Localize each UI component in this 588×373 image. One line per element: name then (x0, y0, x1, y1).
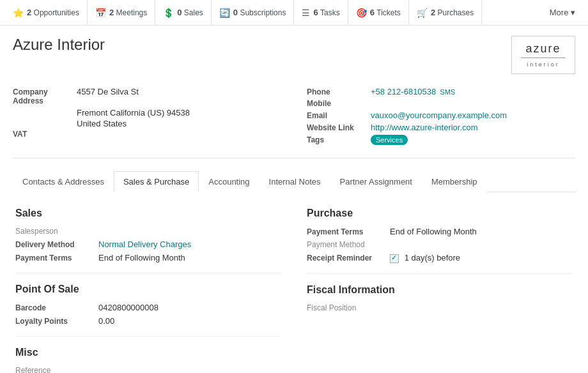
address-line3: United States (77, 119, 281, 128)
mobile-label: Mobile (307, 99, 371, 108)
sms-link[interactable]: SMS (440, 88, 455, 96)
reference-label: Reference (15, 366, 98, 373)
cart-icon: 🛒 (417, 8, 428, 18)
divider-pos-misc (15, 336, 281, 337)
address-value-line1: 4557 De Silva St (77, 87, 139, 96)
barcode-label: Barcode (15, 303, 98, 312)
company-title: Azure Interior (13, 36, 105, 54)
website-row: Website Link http://www.azure-interior.c… (307, 123, 575, 132)
sales-purchase-content: Sales Salesperson Delivery Method Normal… (13, 205, 575, 373)
receipt-reminder-row: Receipt Reminder 1 day(s) before (307, 253, 573, 263)
purchase-section-title: Purchase (307, 208, 573, 219)
nav-more-button[interactable]: More ▾ (542, 0, 583, 25)
nav-purchases[interactable]: 🛒 2 Purchases (409, 0, 482, 25)
logo-divider (521, 57, 566, 58)
pos-section-title: Point Of Sale (15, 284, 281, 295)
email-label: Email (307, 111, 371, 120)
main-content: Azure Interior azure interior Company Ad… (0, 26, 588, 373)
col-left: Sales Salesperson Delivery Method Normal… (15, 205, 281, 373)
delivery-method-row: Delivery Method Normal Delivery Charges (15, 240, 281, 249)
dollar-icon: 💲 (163, 8, 174, 18)
star-icon: ⭐ (13, 8, 24, 18)
ticket-icon: 🎯 (356, 8, 367, 18)
nav-meetings[interactable]: 📅 2 Meetings (88, 0, 155, 25)
tab-membership[interactable]: Membership (422, 171, 487, 192)
sales-section-title: Sales (15, 208, 281, 219)
reference-row: Reference (15, 366, 281, 373)
payment-method-label: Payment Method (307, 240, 390, 249)
salesperson-row: Salesperson (15, 227, 281, 236)
salesperson-label: Salesperson (15, 227, 98, 236)
email-value[interactable]: vauxoo@yourcompany.example.com (371, 110, 507, 120)
vat-label: VAT (13, 130, 77, 139)
barcode-row: Barcode 0420800000008 (15, 303, 281, 312)
misc-section-title: Misc (15, 347, 281, 358)
address-row: Company Address 4557 De Silva St (13, 87, 281, 105)
loyalty-points-row: Loyalty Points 0.00 (15, 316, 281, 326)
nav-tasks[interactable]: ☰ 6 Tasks (294, 0, 348, 25)
two-col-layout: Sales Salesperson Delivery Method Normal… (15, 205, 573, 373)
purchase-payment-terms-row: Payment Terms End of Following Month (307, 227, 573, 236)
company-logo: azure interior (511, 36, 575, 74)
phone-row: Phone +58 212-6810538 SMS (307, 87, 575, 96)
nav-subscriptions[interactable]: 🔄 0 Subscriptions (212, 0, 295, 25)
calendar-icon: 📅 (95, 8, 106, 18)
sales-payment-terms-label: Payment Terms (15, 254, 98, 263)
address-label: Company Address (13, 88, 77, 105)
phone-value[interactable]: +58 212-6810538 (371, 87, 436, 96)
fiscal-section-title: Fiscal Information (307, 284, 573, 296)
tab-sales-purchase[interactable]: Sales & Purchase (114, 171, 199, 192)
payment-method-row: Payment Method (307, 240, 573, 249)
purchase-payment-terms-label: Payment Terms (307, 227, 390, 236)
website-label: Website Link (307, 123, 371, 132)
nav-opportunities[interactable]: ⭐ 2 Opportunities (5, 0, 88, 25)
divider-purchase-fiscal (307, 273, 573, 274)
fiscal-position-label: Fiscal Position (307, 303, 390, 312)
website-value[interactable]: http://www.azure-interior.com (371, 123, 478, 132)
company-header: Azure Interior azure interior (13, 36, 575, 74)
email-row: Email vauxoo@yourcompany.example.com (307, 110, 575, 120)
refresh-icon: 🔄 (219, 8, 230, 18)
tabs-container: Contacts & Addresses Sales & Purchase Ac… (13, 171, 575, 192)
info-left: Company Address 4557 De Silva St Fremont… (13, 87, 281, 148)
col-right: Purchase Payment Terms End of Following … (307, 205, 573, 373)
address-line2: Fremont California (US) 94538 (77, 108, 281, 118)
receipt-reminder-value: 1 day(s) before (390, 253, 460, 263)
tab-internal-notes[interactable]: Internal Notes (259, 171, 330, 192)
top-navigation: ⭐ 2 Opportunities 📅 2 Meetings 💲 0 Sales… (0, 0, 588, 26)
tags-row: Tags Services (307, 135, 575, 145)
tags-label: Tags (307, 135, 371, 144)
receipt-reminder-label: Receipt Reminder (307, 254, 390, 263)
tab-partner-assignment[interactable]: Partner Assignment (330, 171, 422, 192)
sales-payment-terms-row: Payment Terms End of Following Month (15, 253, 281, 263)
tasks-icon: ☰ (302, 8, 310, 18)
sales-payment-terms-value: End of Following Month (98, 253, 185, 263)
nav-tickets[interactable]: 🎯 6 Tickets (348, 0, 409, 25)
logo-text-bottom: interior (527, 61, 560, 68)
nav-sales[interactable]: 💲 0 Sales (155, 0, 212, 25)
tab-contacts[interactable]: Contacts & Addresses (13, 171, 114, 192)
tag-services[interactable]: Services (371, 135, 408, 145)
fiscal-position-row: Fiscal Position (307, 303, 573, 312)
info-section: Company Address 4557 De Silva St Fremont… (13, 87, 575, 158)
loyalty-points-label: Loyalty Points (15, 317, 98, 326)
mobile-row: Mobile (307, 99, 575, 108)
purchase-payment-terms-value: End of Following Month (390, 227, 477, 236)
info-right: Phone +58 212-6810538 SMS Mobile Email v… (307, 87, 575, 148)
delivery-method-label: Delivery Method (15, 240, 98, 249)
logo-text-top: azure (525, 42, 561, 56)
tab-accounting[interactable]: Accounting (199, 171, 259, 192)
loyalty-points-value: 0.00 (98, 316, 114, 326)
receipt-reminder-checkbox[interactable] (390, 254, 399, 263)
delivery-method-value[interactable]: Normal Delivery Charges (98, 240, 191, 249)
vat-row: VAT (13, 130, 281, 139)
barcode-value: 0420800000008 (98, 303, 159, 312)
phone-label: Phone (307, 88, 371, 96)
divider-sales-pos (15, 273, 281, 273)
